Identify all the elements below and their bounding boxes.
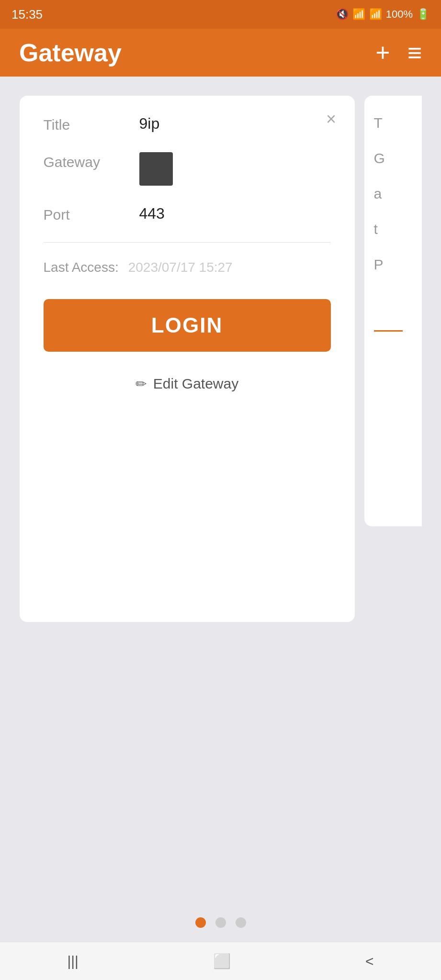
last-access-value: 2023/07/17 15:27: [128, 260, 233, 275]
battery-label: 100%: [386, 8, 413, 21]
partial-port-label: P: [374, 256, 412, 273]
title-label: Title: [44, 115, 139, 133]
last-access-row: Last Access: 2023/07/17 15:27: [44, 260, 331, 275]
gateway-card: × Title 9ip Gateway Port 443 Last Access…: [20, 96, 355, 622]
battery-icon: 🔋: [417, 8, 430, 21]
back-button[interactable]: <: [365, 953, 374, 969]
recent-apps-button[interactable]: |||: [68, 953, 79, 969]
status-icons: 🔇 📶 📶 100% 🔋: [336, 8, 430, 21]
login-button[interactable]: LOGIN: [44, 299, 331, 352]
dots-container: [0, 903, 441, 942]
mute-icon: 🔇: [336, 8, 349, 21]
signal-icon: 📶: [369, 8, 382, 21]
partial-card: T G a t P: [364, 96, 422, 526]
wifi-icon: 📶: [352, 8, 365, 21]
title-value: 9ip: [139, 115, 331, 133]
cards-container: × Title 9ip Gateway Port 443 Last Access…: [20, 96, 422, 622]
port-value: 443: [139, 205, 331, 223]
partial-login-bar: [374, 330, 403, 332]
menu-button[interactable]: ≡: [407, 38, 422, 67]
partial-gateway-label-3: t: [374, 221, 412, 237]
edit-icon: ✏: [136, 376, 147, 392]
status-time: 15:35: [11, 7, 43, 22]
edit-gateway-label: Edit Gateway: [153, 376, 238, 392]
close-button[interactable]: ×: [319, 107, 343, 131]
status-bar: 15:35 🔇 📶 📶 100% 🔋: [0, 0, 441, 29]
content-area: × Title 9ip Gateway Port 443 Last Access…: [0, 77, 441, 903]
title-row: Title 9ip: [44, 115, 331, 133]
header-actions: + ≡: [375, 38, 422, 67]
partial-title-label: T: [374, 115, 412, 131]
home-button[interactable]: ⬜: [213, 953, 231, 969]
divider: [44, 242, 331, 243]
dot-1: [195, 917, 206, 928]
port-row: Port 443: [44, 205, 331, 223]
last-access-label: Last Access:: [44, 260, 119, 275]
partial-gateway-label: G: [374, 150, 412, 167]
gateway-icon: [139, 152, 173, 186]
dot-2: [215, 917, 226, 928]
nav-bar: ||| ⬜ <: [0, 942, 441, 980]
header: Gateway + ≡: [0, 29, 441, 77]
gateway-label: Gateway: [44, 152, 139, 170]
add-button[interactable]: +: [375, 38, 390, 67]
gateway-row: Gateway: [44, 152, 331, 186]
header-title: Gateway: [19, 38, 122, 67]
partial-gateway-label-2: a: [374, 186, 412, 202]
dot-3: [236, 917, 246, 928]
edit-gateway-button[interactable]: ✏ Edit Gateway: [44, 376, 331, 392]
port-label: Port: [44, 205, 139, 223]
